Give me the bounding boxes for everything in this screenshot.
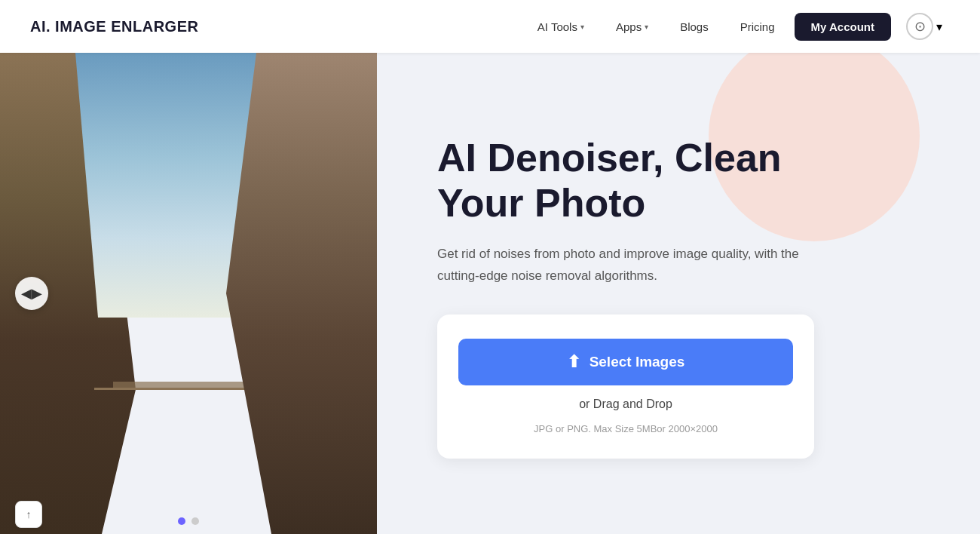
canyon-image [0, 53, 377, 534]
file-info-text: JPG or PNG. Max Size 5MBor 2000×2000 [534, 423, 718, 434]
chevron-down-icon: ▾ [936, 20, 942, 34]
upload-icon: ⬆ [567, 352, 580, 372]
sky-element [75, 53, 302, 318]
slider-arrow-icon: ◀▶ [21, 285, 42, 302]
hero-title: AI Denoiser, Clean Your Photo [437, 136, 935, 226]
nav-blogs[interactable]: Blogs [668, 14, 721, 39]
content-panel: AI Denoiser, Clean Your Photo Get rid of… [377, 53, 980, 534]
logo: AI. IMAGE ENLARGER [30, 18, 198, 35]
bridge-element [94, 388, 283, 390]
drag-drop-text: or Drag and Drop [579, 397, 672, 411]
user-menu[interactable]: ⊙ ▾ [899, 8, 950, 44]
user-avatar-icon: ⊙ [906, 13, 933, 40]
main-content: ◀▶ ↑ AI Denoiser, Clean Your Photo Get r… [0, 53, 980, 534]
select-images-button[interactable]: ⬆ Select Images [458, 339, 793, 385]
slider-prev-button[interactable]: ◀▶ [15, 277, 48, 310]
arrow-up-icon: ↑ [26, 508, 32, 520]
hero-image-panel: ◀▶ ↑ [0, 53, 377, 534]
content-inner: AI Denoiser, Clean Your Photo Get rid of… [437, 136, 935, 459]
carousel-dots [178, 517, 199, 525]
header: AI. IMAGE ENLARGER AI Tools ▾ Apps ▾ Blo… [0, 0, 980, 53]
my-account-button[interactable]: My Account [795, 13, 891, 41]
chevron-down-icon: ▾ [645, 23, 648, 31]
chevron-down-icon: ▾ [580, 23, 584, 31]
hero-description: Get rid of noises from photo and improve… [437, 244, 799, 287]
scroll-up-button[interactable]: ↑ [15, 501, 42, 528]
nav-ai-tools[interactable]: AI Tools ▾ [525, 14, 596, 39]
upload-card: ⬆ Select Images or Drag and Drop JPG or … [437, 315, 814, 459]
main-nav: AI Tools ▾ Apps ▾ Blogs Pricing My Accou… [525, 8, 950, 44]
dot-1[interactable] [178, 517, 185, 525]
dot-2[interactable] [191, 517, 199, 525]
nav-apps[interactable]: Apps ▾ [604, 14, 660, 39]
nav-pricing[interactable]: Pricing [728, 14, 787, 39]
